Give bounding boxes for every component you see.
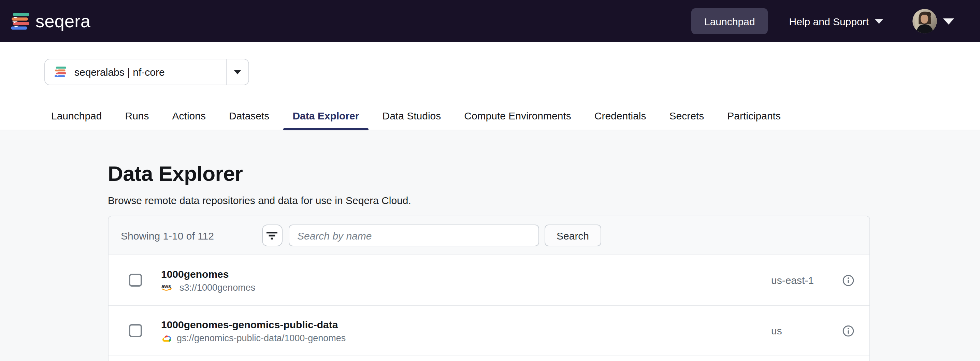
table-row[interactable]: 1000genomes aws s3://1000genomes us-east… bbox=[108, 255, 869, 306]
tab-actions[interactable]: Actions bbox=[163, 101, 215, 130]
tab-participants[interactable]: Participants bbox=[718, 101, 790, 130]
tab-data-explorer[interactable]: Data Explorer bbox=[283, 101, 369, 130]
table-row[interactable]: 1000genomes-genomics-public-data aws gs:… bbox=[108, 306, 869, 356]
bucket-name: 1000genomes-genomics-public-data bbox=[161, 318, 771, 330]
workspace-label: seqeralabs | nf-core bbox=[45, 65, 226, 78]
page-subtitle: Browse remote data repositories and data… bbox=[108, 194, 980, 206]
bucket-path: aws s3://1000genomes bbox=[161, 282, 771, 293]
filter-button[interactable] bbox=[262, 224, 282, 246]
svg-text:aws: aws bbox=[161, 283, 171, 289]
subheader: seqeralabs | nf-core Launchpad Runs Acti… bbox=[0, 42, 980, 130]
help-and-support-menu[interactable]: Help and Support bbox=[789, 15, 883, 27]
main-content: Data Explorer Browse remote data reposit… bbox=[0, 130, 980, 361]
top-navbar: seqera Launchpad Help and Support bbox=[0, 0, 980, 42]
tab-launchpad[interactable]: Launchpad bbox=[41, 101, 111, 130]
tab-credentials[interactable]: Credentials bbox=[585, 101, 656, 130]
info-button[interactable] bbox=[842, 274, 854, 286]
row-checkbox[interactable] bbox=[129, 324, 142, 337]
filter-icon bbox=[266, 231, 278, 240]
seqera-logo-text: seqera bbox=[35, 11, 91, 32]
workspace-dropdown-button[interactable] bbox=[227, 70, 248, 74]
workspace-selector[interactable]: seqeralabs | nf-core bbox=[45, 59, 249, 85]
bucket-name: 1000genomes bbox=[161, 268, 771, 280]
row-main: 1000genomes aws s3://1000genomes bbox=[161, 268, 771, 293]
tab-compute-environments[interactable]: Compute Environments bbox=[455, 101, 581, 130]
chevron-down-icon bbox=[234, 70, 241, 74]
launchpad-button[interactable]: Launchpad bbox=[691, 8, 768, 34]
search-button[interactable]: Search bbox=[544, 224, 601, 246]
chevron-down-icon bbox=[875, 19, 883, 24]
search-input[interactable] bbox=[288, 224, 539, 246]
region-label: us-east-1 bbox=[771, 274, 842, 286]
page-title: Data Explorer bbox=[108, 162, 980, 186]
user-menu[interactable] bbox=[912, 9, 954, 33]
table-rows: 1000genomes aws s3://1000genomes us-east… bbox=[108, 255, 869, 356]
next-row-partial bbox=[108, 356, 869, 361]
google-cloud-icon bbox=[161, 333, 172, 342]
info-icon bbox=[842, 324, 854, 337]
tab-datasets[interactable]: Datasets bbox=[220, 101, 279, 130]
tab-secrets[interactable]: Secrets bbox=[660, 101, 714, 130]
workspace-name: seqeralabs | nf-core bbox=[75, 66, 165, 78]
app-root: seqera Launchpad Help and Support bbox=[0, 0, 980, 361]
table-toolbar: Showing 1-10 of 112 Search bbox=[108, 216, 869, 255]
row-checkbox[interactable] bbox=[129, 274, 142, 286]
bucket-path: aws gs://genomics-public-data/1000-genom… bbox=[161, 333, 771, 343]
aws-icon: aws bbox=[161, 283, 175, 291]
avatar[interactable] bbox=[912, 9, 937, 33]
tab-runs[interactable]: Runs bbox=[116, 101, 159, 130]
tab-data-studios[interactable]: Data Studios bbox=[372, 101, 450, 130]
chevron-down-icon bbox=[943, 18, 954, 24]
seqera-logo-icon bbox=[11, 13, 29, 30]
info-icon bbox=[842, 274, 854, 286]
workspace-icon bbox=[55, 65, 66, 78]
data-explorer-table: Showing 1-10 of 112 Search 1000genomes a… bbox=[108, 216, 870, 361]
showing-count: Showing 1-10 of 112 bbox=[121, 230, 214, 241]
navbar-right: Launchpad Help and Support bbox=[691, 8, 954, 34]
row-main: 1000genomes-genomics-public-data aws gs:… bbox=[161, 318, 771, 343]
workspace-tabs: Launchpad Runs Actions Datasets Data Exp… bbox=[41, 101, 790, 130]
info-button[interactable] bbox=[842, 324, 854, 337]
seqera-logo[interactable]: seqera bbox=[11, 11, 91, 32]
help-and-support-label: Help and Support bbox=[789, 15, 869, 27]
region-label: us bbox=[771, 325, 842, 336]
